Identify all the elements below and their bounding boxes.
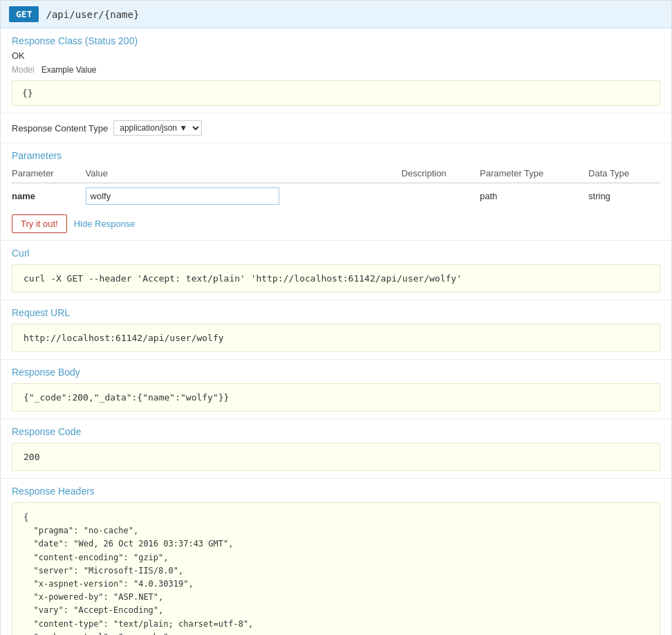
response-class-title: Response Class (Status 200) xyxy=(12,35,660,46)
hide-response-link[interactable]: Hide Response xyxy=(74,219,136,229)
request-url-title: Request URL xyxy=(12,307,660,318)
param-data-type: string xyxy=(588,183,660,210)
col-data-type: Data Type xyxy=(588,165,660,183)
example-value-label[interactable]: Example Value xyxy=(41,65,97,75)
example-body-box: {} xyxy=(12,80,660,106)
col-param-type: Parameter Type xyxy=(480,165,588,183)
response-headers-box: { "pragma": "no-cache", "date": "Wed, 26… xyxy=(12,502,660,635)
curl-section: Curl curl -X GET --header 'Accept: text/… xyxy=(1,241,671,300)
param-value-input[interactable] xyxy=(86,187,279,205)
try-row: Try it out! Hide Response xyxy=(12,214,660,233)
model-row: Model Example Value xyxy=(12,65,660,75)
parameters-title: Parameters xyxy=(12,150,660,161)
response-body-box: {"_code":200,"_data":{"name":"wolfy"}} xyxy=(12,383,660,412)
method-badge: GET xyxy=(9,6,39,22)
col-value: Value xyxy=(86,165,402,183)
endpoint-path: /api/user/{name} xyxy=(46,9,139,20)
try-it-out-button[interactable]: Try it out! xyxy=(12,214,67,233)
model-label: Model xyxy=(12,65,35,75)
endpoint-bar: GET /api/user/{name} xyxy=(1,1,671,28)
param-description xyxy=(402,183,480,210)
content-type-label: Response Content Type xyxy=(12,123,108,134)
param-type: path xyxy=(480,183,588,210)
table-row: name path string xyxy=(12,183,660,210)
response-body-title: Response Body xyxy=(12,367,660,378)
response-code-title: Response Code xyxy=(12,426,660,437)
page-wrapper: GET /api/user/{name} Response Class (Sta… xyxy=(0,0,672,635)
response-code-box: 200 xyxy=(12,443,660,471)
param-name: name xyxy=(12,191,35,201)
curl-command-box: curl -X GET --header 'Accept: text/plain… xyxy=(12,264,660,293)
col-description: Description xyxy=(402,165,480,183)
parameters-table: Parameter Value Description Parameter Ty… xyxy=(12,165,660,209)
parameters-section: Parameters Parameter Value Description P… xyxy=(1,143,671,241)
request-url-section: Request URL http://localhost:61142/api/u… xyxy=(1,300,671,360)
status-text: OK xyxy=(12,50,660,61)
response-class-section: Response Class (Status 200) OK Model Exa… xyxy=(1,28,671,113)
request-url-box: http://localhost:61142/api/user/wolfy xyxy=(12,324,660,352)
response-headers-section: Response Headers { "pragma": "no-cache",… xyxy=(1,479,671,635)
response-code-section: Response Code 200 xyxy=(1,419,671,479)
content-type-select[interactable]: application/json ▼ text/plain text/xml xyxy=(113,120,202,136)
response-headers-title: Response Headers xyxy=(12,486,660,497)
curl-title: Curl xyxy=(12,248,660,259)
response-body-section: Response Body {"_code":200,"_data":{"nam… xyxy=(1,360,671,419)
content-type-row: Response Content Type application/json ▼… xyxy=(1,113,671,143)
response-headers-content: { "pragma": "no-cache", "date": "Wed, 26… xyxy=(24,511,648,635)
col-parameter: Parameter xyxy=(12,165,86,183)
